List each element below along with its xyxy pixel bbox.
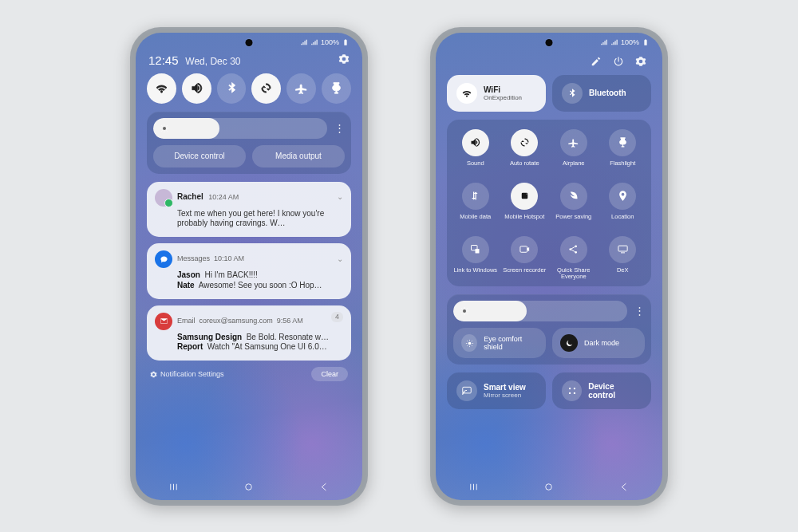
nav-home[interactable] xyxy=(543,481,555,495)
tile-sound[interactable]: Sound xyxy=(453,129,498,173)
grid-icon xyxy=(562,380,582,401)
tile-label: Screen recorder xyxy=(503,267,546,280)
qs-sound[interactable] xyxy=(182,73,211,104)
bluetooth-tile[interactable]: Bluetooth xyxy=(552,75,651,112)
notification-card[interactable]: 4 Email coreux@samsung.com 9:56 AM Samsu… xyxy=(147,305,351,361)
airplane-icon xyxy=(560,129,587,156)
settings-icon[interactable] xyxy=(635,56,646,67)
brightness-panel: ⋮ Device control Media output xyxy=(147,112,351,174)
tile-link[interactable]: Link to Windows xyxy=(453,236,498,281)
recorder-icon xyxy=(511,236,538,263)
nav-back[interactable] xyxy=(318,481,330,495)
clear-button[interactable]: Clear xyxy=(311,367,348,381)
rotate-icon xyxy=(259,81,273,95)
screen-right: 100% WiFi OnExpedition Bluet xyxy=(436,33,662,500)
brightness-slider[interactable] xyxy=(453,301,627,321)
tile-label: Mobile data xyxy=(460,214,491,227)
qs-airplane[interactable] xyxy=(286,73,316,104)
edit-icon[interactable] xyxy=(591,56,602,67)
qs-bluetooth[interactable] xyxy=(217,73,247,104)
dex-icon xyxy=(609,236,636,263)
nav-bar xyxy=(136,476,362,500)
airplane-icon xyxy=(294,81,308,95)
data-icon xyxy=(462,183,489,210)
smart-view-tile[interactable]: Smart view Mirror screen xyxy=(447,372,546,409)
notification-settings-link[interactable]: Notification Settings xyxy=(150,370,224,378)
datetime-row: 12:45 Wed, Dec 30 xyxy=(148,53,350,67)
clock-time: 12:45 xyxy=(148,53,179,67)
nav-recents[interactable] xyxy=(468,481,480,495)
battery-text: 100% xyxy=(321,38,339,46)
dark-mode-toggle[interactable]: Dark mode xyxy=(552,328,645,358)
nav-home[interactable] xyxy=(243,481,255,495)
clock-date: Wed, Dec 30 xyxy=(185,56,240,67)
wifi-icon xyxy=(456,83,477,104)
battery-text: 100% xyxy=(621,38,639,46)
power-icon[interactable] xyxy=(613,56,624,67)
tile-label: Quick Share Everyone xyxy=(551,267,596,281)
tile-label: Flashlight xyxy=(610,160,635,173)
gear-icon xyxy=(150,371,157,378)
cast-icon xyxy=(456,380,477,401)
phone-left: 100% 12:45 Wed, Dec 30 ⋮ xyxy=(130,27,368,506)
device-control-tile[interactable]: Device control xyxy=(552,372,651,409)
wifi-tile[interactable]: WiFi OnExpedition xyxy=(447,75,546,112)
notification-card[interactable]: Messages 10:10 AM ⌄ Jason Hi I'm BACK!!!… xyxy=(147,243,351,299)
qs-rotate[interactable] xyxy=(251,73,281,104)
tile-share[interactable]: Quick Share Everyone xyxy=(551,236,596,281)
qs-flashlight[interactable] xyxy=(322,73,351,104)
hotspot-icon xyxy=(511,183,538,210)
tile-label: Link to Windows xyxy=(453,267,497,280)
settings-icon[interactable] xyxy=(338,53,350,65)
battery-icon xyxy=(642,38,650,46)
sun-icon xyxy=(460,306,469,316)
tile-power[interactable]: Power saving xyxy=(551,183,596,227)
more-icon[interactable]: ⋮ xyxy=(334,124,345,133)
battery-icon xyxy=(342,38,350,46)
device-control-pill[interactable]: Device control xyxy=(153,145,246,167)
bluetooth-icon xyxy=(225,81,239,95)
app-name: Messages xyxy=(177,254,210,262)
tile-data[interactable]: Mobile data xyxy=(453,183,498,227)
qs-wifi[interactable] xyxy=(147,73,176,104)
brightness-slider[interactable] xyxy=(153,118,327,139)
quick-settings-row xyxy=(147,73,351,104)
notification-card[interactable]: Rachel 10:24 AM ⌄ Text me when you get h… xyxy=(147,182,351,238)
email-from: coreux@samsung.com xyxy=(200,317,273,325)
email-app-icon xyxy=(155,313,172,330)
share-icon xyxy=(560,236,587,263)
nav-recents[interactable] xyxy=(168,481,180,495)
tile-recorder[interactable]: Screen recorder xyxy=(503,236,547,281)
svg-point-17 xyxy=(546,484,552,491)
more-icon[interactable]: ⋮ xyxy=(634,306,645,316)
tile-label: Sound xyxy=(467,160,484,173)
tile-label: Auto rotate xyxy=(510,160,539,173)
messages-app-icon xyxy=(155,250,172,268)
tile-location[interactable]: Location xyxy=(601,183,646,227)
notif-time: 9:56 AM xyxy=(277,317,303,325)
brightness-panel-expanded: ⋮ Eye comfort shield Dark mode xyxy=(447,294,651,365)
flashlight-icon xyxy=(609,129,636,156)
tile-flashlight[interactable]: Flashlight xyxy=(601,129,646,173)
chevron-down-icon[interactable]: ⌄ xyxy=(337,192,343,203)
chevron-down-icon[interactable]: ⌄ xyxy=(337,254,343,265)
notif-body-text: Text me when you get here! I know you're… xyxy=(177,209,343,230)
bluetooth-icon xyxy=(562,83,583,104)
signal-icon xyxy=(300,38,308,46)
avatar xyxy=(155,189,172,207)
link-icon xyxy=(462,236,489,263)
tile-label: Mobile Hotspot xyxy=(504,214,544,227)
tile-rotate[interactable]: Auto rotate xyxy=(503,129,547,173)
nav-back[interactable] xyxy=(618,481,630,495)
stack-count: 4 xyxy=(331,312,343,323)
quick-settings-grid: SoundAuto rotateAirplaneFlashlightMobile… xyxy=(447,120,651,287)
signal-icon xyxy=(600,38,608,46)
tile-airplane[interactable]: Airplane xyxy=(551,129,596,173)
eye-comfort-toggle[interactable]: Eye comfort shield xyxy=(453,328,546,358)
notif-time: 10:10 AM xyxy=(214,254,244,262)
media-output-pill[interactable]: Media output xyxy=(252,145,345,167)
location-icon xyxy=(609,183,636,210)
tile-hotspot[interactable]: Mobile Hotspot xyxy=(503,183,547,227)
tile-label: Power saving xyxy=(555,214,591,227)
tile-dex[interactable]: DeX xyxy=(601,236,646,281)
